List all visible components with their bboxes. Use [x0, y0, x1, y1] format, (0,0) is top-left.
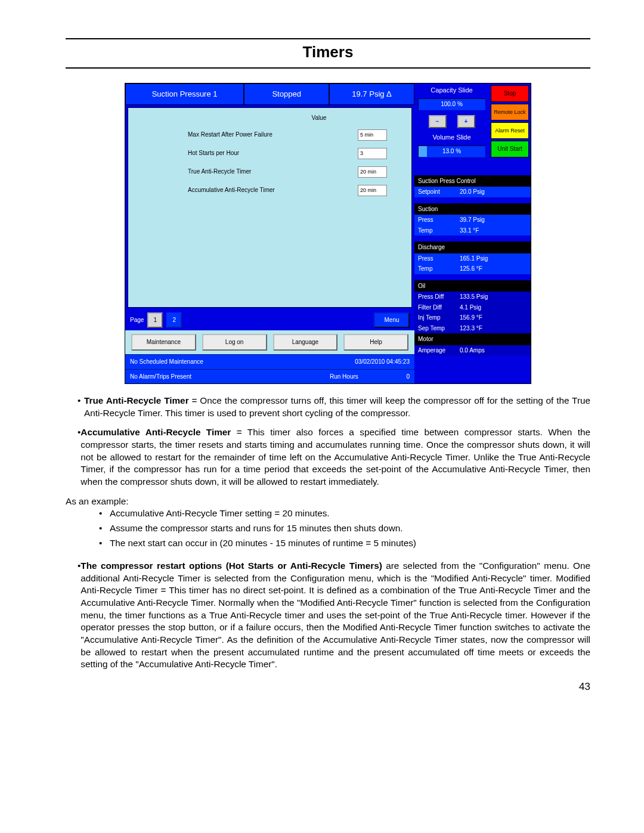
setting-input[interactable]: 20 min: [358, 166, 387, 178]
value-header: Value: [306, 114, 332, 122]
motor-amperage-value: 0.0 Amps: [460, 346, 527, 355]
page-title: Timers: [66, 42, 590, 63]
discharge-header: Discharge: [414, 241, 531, 253]
discharge-press-label: Press: [418, 255, 460, 263]
example-1: Accumulative Anti-Recycle Timer setting …: [110, 507, 330, 520]
status-maintenance-row: No Scheduled Maintenance 03/02/2010 04:4…: [125, 354, 414, 369]
capacity-plus-button[interactable]: +: [457, 115, 475, 128]
example-2: Assume the compressor starts and runs fo…: [110, 522, 402, 535]
oil-header: Oil: [414, 280, 531, 292]
discharge-press-value: 165.1 Psig: [460, 255, 527, 263]
right-panel: Capacity Slide 100.0 % − + Volume Slide …: [414, 83, 531, 383]
status-alarm-row: No Alarm/Trips Present Run Hours 0: [125, 369, 414, 384]
setting-input[interactable]: 5 min: [358, 129, 387, 141]
status-alarm: No Alarm/Trips Present: [125, 370, 325, 384]
motor-header: Motor: [414, 333, 531, 345]
b3-text: are selected from the "Configuration" me…: [80, 561, 590, 669]
info-row: Setpoint 20.0 Psig: [414, 187, 531, 197]
setting-row: Accumulative Anti-Recycle Timer 20 min: [133, 185, 407, 196]
action-button-row: Maintenance Log on Language Help: [125, 330, 414, 354]
page-number: 43: [66, 680, 590, 694]
discharge-temp-label: Temp: [418, 265, 460, 273]
setting-label: Hot Starts per Hour: [133, 149, 358, 157]
language-button[interactable]: Language: [273, 334, 338, 351]
document-page: Timers Suction Pressure 1 Stopped 19.7 P…: [0, 0, 644, 718]
setting-label: Max Restart After Power Failure: [133, 131, 358, 139]
b3-bold: The compressor restart options (Hot Star…: [80, 561, 382, 571]
volume-slide-value: 13.0 %: [418, 145, 485, 157]
capacity-slide-header: Capacity Slide: [414, 83, 489, 97]
oil-septemp-label: Sep Temp: [418, 324, 460, 333]
volume-slide-header: Volume Slide: [414, 133, 489, 144]
timer-settings-panel: Value Max Restart After Power Failure 5 …: [128, 107, 412, 308]
suction-temp-value: 33.1 °F: [460, 227, 527, 235]
b2-bold: Accumulative Anti-Recycle Timer: [80, 427, 231, 437]
status-datetime: 03/02/2010 04:45:23: [313, 355, 414, 369]
capacity-slide-value: 100.0 %: [418, 98, 485, 110]
remote-lock-button[interactable]: Remote Lock: [491, 104, 529, 120]
menu-button[interactable]: Menu: [374, 312, 410, 328]
setting-input[interactable]: 3: [358, 148, 387, 159]
hmi-screenshot: Suction Pressure 1 Stopped 19.7 Psig Δ V…: [125, 83, 531, 384]
header-state: Stopped: [244, 83, 329, 105]
body-text: • True Anti-Recycle Timer = Once the com…: [66, 395, 590, 671]
maintenance-button[interactable]: Maintenance: [131, 334, 196, 351]
motor-amperage-label: Amperage: [418, 346, 460, 355]
stop-button[interactable]: Stop: [491, 85, 529, 102]
suction-temp-label: Temp: [418, 227, 460, 235]
run-hours-value: 0: [391, 370, 414, 384]
setting-row: True Anti-Recycle Timer 20 min: [133, 166, 407, 178]
oil-pressdiff-label: Press Diff: [418, 293, 460, 301]
setting-label: Accumulative Anti-Recycle Timer: [133, 186, 358, 194]
page-1-button[interactable]: 1: [147, 312, 163, 328]
oil-pressdiff-value: 133.5 Psig: [460, 293, 527, 301]
rule-top: [66, 38, 590, 39]
example-3: The next start can occur in (20 minutes …: [110, 537, 416, 550]
alarm-reset-button[interactable]: Alarm Reset: [491, 122, 529, 139]
unit-start-button[interactable]: Unit Start: [491, 141, 529, 157]
page-nav-row: Page 1 2 Menu: [125, 310, 414, 330]
b1-bold: True Anti-Recycle Timer: [84, 395, 189, 405]
spc-setpoint-label: Setpoint: [418, 188, 460, 196]
oil-injtemp-value: 156.9 °F: [460, 314, 527, 322]
oil-filterdiff-label: Filter Diff: [418, 304, 460, 312]
run-hours-label: Run Hours: [325, 370, 391, 384]
oil-septemp-value: 123.3 °F: [460, 324, 527, 333]
help-button[interactable]: Help: [343, 334, 408, 351]
status-maintenance: No Scheduled Maintenance: [125, 355, 313, 369]
setting-label: True Anti-Recycle Timer: [133, 168, 358, 176]
oil-filterdiff-value: 4.1 Psig: [460, 304, 527, 312]
suction-press-label: Press: [418, 216, 460, 224]
oil-injtemp-label: Inj Temp: [418, 314, 460, 322]
setting-row: Hot Starts per Hour 3: [133, 148, 407, 159]
capacity-minus-button[interactable]: −: [429, 115, 447, 128]
page-2-button[interactable]: 2: [166, 312, 182, 328]
spc-setpoint-value: 20.0 Psig: [460, 188, 527, 196]
header-suction-pressure: Suction Pressure 1: [125, 83, 244, 105]
suction-press-value: 39.7 Psig: [460, 216, 527, 224]
page-label: Page: [130, 316, 144, 324]
spc-header: Suction Press Control: [414, 175, 531, 187]
logon-button[interactable]: Log on: [202, 334, 267, 351]
setting-row: Max Restart After Power Failure 5 min: [133, 129, 407, 141]
discharge-temp-value: 125.6 °F: [460, 265, 527, 273]
suction-header: Suction: [414, 203, 531, 215]
setting-input[interactable]: 20 min: [358, 185, 387, 196]
rule-bottom: [66, 67, 590, 69]
header-delta-psig: 19.7 Psig Δ: [329, 83, 414, 105]
example-intro: As an example:: [66, 496, 590, 508]
